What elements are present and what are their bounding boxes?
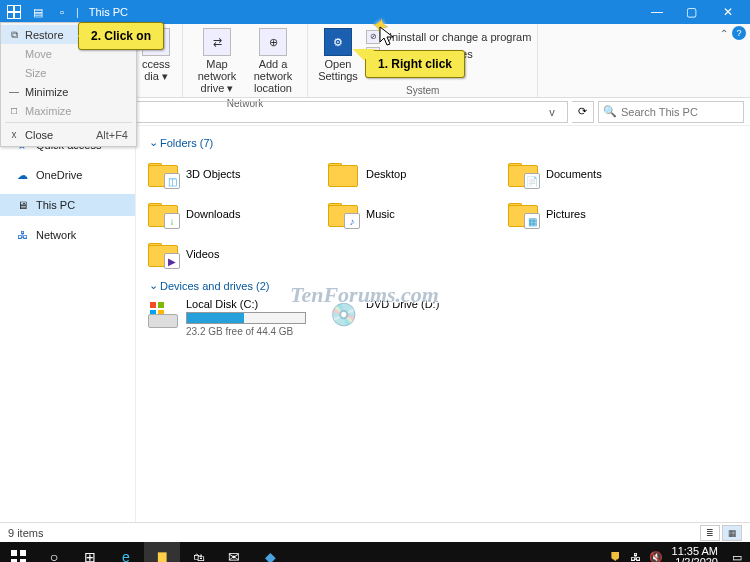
chevron-down-icon: ⌄ [146,136,160,149]
task-view-button[interactable]: ⊞ [72,542,108,562]
minimize-button[interactable]: — [640,0,674,24]
folder-item[interactable]: ▦Pictures [506,195,686,233]
search-icon: 🔍 [603,105,617,118]
drive-usage-bar [186,312,306,324]
network-drive-icon: ⇄ [203,28,231,56]
folder-icon: ◫ [146,159,180,189]
cortana-button[interactable]: ○ [36,542,72,562]
system-menu-icon[interactable] [6,4,22,20]
folder-item[interactable]: ↓Downloads [146,195,326,233]
item-count: 9 items [8,527,43,539]
maximize-button[interactable]: ▢ [674,0,708,24]
folder-label: Documents [546,168,602,180]
tray-volume-icon[interactable]: 🔇 [646,542,666,562]
minimize-icon: — [5,86,23,97]
chevron-down-icon: ⌄ [146,279,160,292]
network-location-icon: ⊕ [259,28,287,56]
uninstall-programs-button[interactable]: ⊘Uninstall or change a program [366,28,531,45]
content-pane[interactable]: ⌄Folders (7) ◫3D ObjectsDesktop📄Document… [136,126,750,522]
folder-icon: 📄 [506,159,540,189]
ribbon-collapse-button[interactable]: ⌃ [720,28,728,39]
folder-label: Videos [186,248,219,260]
folders-header[interactable]: ⌄Folders (7) [146,136,740,149]
window-title: This PC [89,6,128,18]
store-icon: 🛍 [193,551,204,562]
folder-item[interactable]: ◫3D Objects [146,155,326,193]
restore-icon: ⧉ [5,29,23,41]
folder-icon [326,159,360,189]
drive-label: Local Disk (C:) [186,298,326,310]
folder-item[interactable]: Desktop [326,155,506,193]
folder-label: Pictures [546,208,586,220]
taskbar-clock[interactable]: 11:35 AM1/2/2020 [666,546,724,562]
drive-item[interactable]: 💿DVD Drive (D:) [326,298,506,337]
details-view-button[interactable]: ≣ [700,525,720,541]
sysmenu-close[interactable]: xCloseAlt+F4 [1,125,136,144]
callout-click-on: 2. Click on [78,22,164,50]
svg-rect-3 [8,13,13,18]
main-area: ★Quick access ☁OneDrive 🖥This PC 🖧Networ… [0,126,750,522]
search-box[interactable]: 🔍Search This PC [598,101,744,123]
navigation-pane: ★Quick access ☁OneDrive 🖥This PC 🖧Networ… [0,126,136,522]
sysmenu-maximize: □Maximize [1,101,136,120]
folder-item[interactable]: 📄Documents [506,155,686,193]
status-bar: 9 items ≣ ▦ [0,522,750,542]
folder-item[interactable]: ▶Videos [146,235,326,273]
open-settings-button[interactable]: ⚙Open Settings [314,26,362,84]
svg-rect-4 [15,13,20,18]
tray-security-icon[interactable]: ⛊ [606,542,626,562]
tiles-view-button[interactable]: ▦ [722,525,742,541]
sidebar-this-pc[interactable]: 🖥This PC [0,194,135,216]
sidebar-network[interactable]: 🖧Network [0,224,135,246]
address-dropdown[interactable]: v [543,106,561,118]
svg-rect-6 [158,302,164,308]
map-network-drive-button[interactable]: ⇄Map network drive ▾ [189,26,245,97]
action-center-button[interactable]: ▭ [724,551,750,563]
svg-rect-1 [8,6,13,11]
ribbon-system-label: System [406,84,439,97]
taskbar: ○ ⊞ e ▇ 🛍 ✉ ◆ ⛊ 🖧 🔇 11:35 AM1/2/2020 ▭ [0,542,750,562]
refresh-button[interactable]: ⟳ [572,101,594,123]
folder-icon: ▇ [158,551,166,563]
drives-grid: Local Disk (C:)23.2 GB free of 44.4 GB💿D… [146,298,740,345]
maximize-icon: □ [5,105,23,116]
callout-right-click: 1. Right click [365,50,465,78]
folder-icon: ♪ [326,199,360,229]
close-window-button[interactable]: ✕ [708,0,748,24]
close-icon: x [5,129,23,140]
help-button[interactable]: ? [732,26,746,40]
sidebar-onedrive[interactable]: ☁OneDrive [0,164,135,186]
folder-item[interactable]: ♪Music [326,195,506,233]
taskbar-mail[interactable]: ✉ [216,542,252,562]
qat-properties-icon[interactable]: ▤ [30,4,46,20]
onedrive-icon: ☁ [14,167,30,183]
drive-icon [146,298,180,332]
qat-separator: | [76,6,79,18]
svg-rect-9 [11,550,17,556]
svg-rect-2 [15,6,20,11]
dvd-icon: 💿 [330,302,357,328]
taskbar-app[interactable]: ◆ [252,542,288,562]
sysmenu-minimize[interactable]: —Minimize [1,82,136,101]
taskbar-store[interactable]: 🛍 [180,542,216,562]
svg-rect-5 [150,302,156,308]
svg-rect-11 [11,559,17,563]
taskbar-edge[interactable]: e [108,542,144,562]
folders-grid: ◫3D ObjectsDesktop📄Documents↓Downloads♪M… [146,155,740,275]
pc-icon: 🖥 [14,197,30,213]
drive-icon: 💿 [326,298,360,332]
tray-network-icon[interactable]: 🖧 [626,542,646,562]
folder-label: 3D Objects [186,168,240,180]
folder-icon: ▶ [146,239,180,269]
address-path[interactable]: 🖥 › Cv [98,101,568,123]
qat-newfolder-icon[interactable]: ▫ [54,4,70,20]
drive-item[interactable]: Local Disk (C:)23.2 GB free of 44.4 GB [146,298,326,337]
drives-header[interactable]: ⌄Devices and drives (2) [146,279,740,292]
taskbar-explorer[interactable]: ▇ [144,542,180,562]
svg-rect-10 [20,550,26,556]
sysmenu-size: Size [1,63,136,82]
folder-label: Desktop [366,168,406,180]
add-network-location-button[interactable]: ⊕Add a network location [245,26,301,96]
start-button[interactable] [0,542,36,562]
svg-rect-12 [20,559,26,563]
